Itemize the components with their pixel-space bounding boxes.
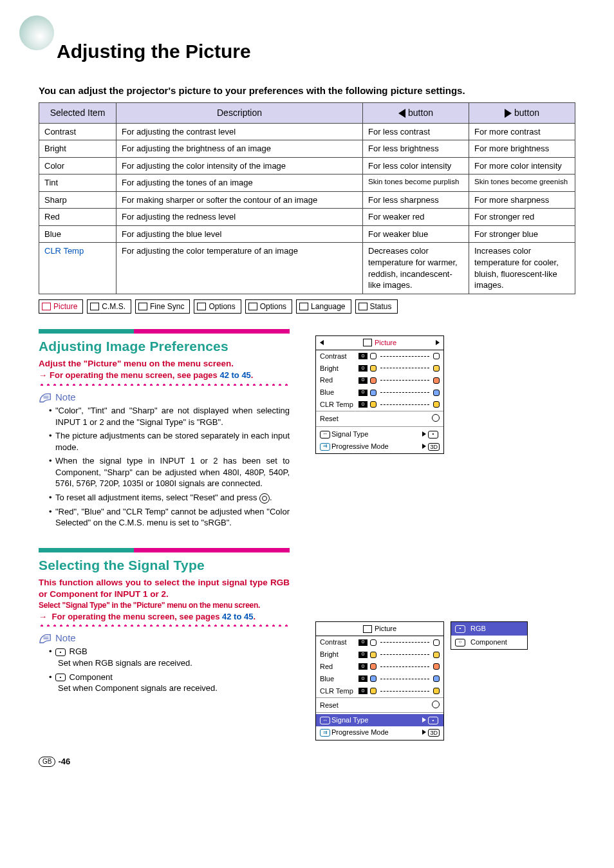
osd-progressive-row[interactable]: ⇉Progressive Mode 3D xyxy=(320,440,440,453)
reset-icon-2 xyxy=(432,701,440,708)
triangle-left-icon xyxy=(398,109,405,118)
cell-desc: For adjusting the redness level xyxy=(116,209,363,226)
osd-reset-row-2[interactable]: Reset xyxy=(316,697,443,713)
osd-slider-row[interactable]: Red 0 xyxy=(316,374,443,386)
arrow-right-icon-2 xyxy=(422,444,426,449)
th-item: Selected Item xyxy=(39,102,116,123)
linkline-prefix: For operating the menu screen, see pages xyxy=(50,370,219,380)
page-link[interactable]: 42 to 45 xyxy=(219,370,250,380)
note-item: "Color", "Tint" and "Sharp" are not disp… xyxy=(49,405,290,428)
tab-icon xyxy=(248,303,257,310)
menu-tab-options[interactable]: Options xyxy=(194,299,241,314)
menu-tab-fine-sync[interactable]: Fine Sync xyxy=(135,299,190,314)
popup-option-component[interactable]: ○Component xyxy=(451,636,527,649)
popup-option-rgb[interactable]: •RGB xyxy=(451,622,527,636)
slider-track[interactable] xyxy=(380,666,429,667)
osd-slider-row[interactable]: Blue 0 xyxy=(316,386,443,399)
note-label-2: Note xyxy=(55,632,76,645)
tab-label: Options xyxy=(260,301,286,312)
osd-slider-row[interactable]: Contrast 0 xyxy=(316,350,443,363)
popup-rgb-label: RGB xyxy=(470,624,486,634)
progressive-icon-2: ⇉ xyxy=(320,729,330,737)
th-right: button xyxy=(469,102,575,123)
slider-track[interactable] xyxy=(380,356,429,357)
cell-item: Sharp xyxy=(39,191,116,209)
signal-type-popup: •RGB ○Component xyxy=(451,621,528,650)
osd-slider-row[interactable]: Blue 0 xyxy=(316,673,443,685)
slider-track[interactable] xyxy=(380,679,429,679)
osd-row-value: 0 xyxy=(358,365,367,372)
cell-left: For less contrast xyxy=(363,123,469,140)
menu-tab-status[interactable]: Status xyxy=(355,299,398,314)
cell-left: For weaker red xyxy=(363,209,469,226)
osd-row-label: Contrast xyxy=(320,637,356,647)
tab-icon xyxy=(197,303,206,310)
osd-signal-type-row-hl[interactable]: ↔Signal Type • xyxy=(316,714,443,726)
tab-label: Language xyxy=(311,301,345,312)
osd-next-icon[interactable] xyxy=(436,340,440,345)
slider-track[interactable] xyxy=(380,642,429,643)
note-icon-2 xyxy=(39,632,53,644)
osd-slider-row[interactable]: CLR Temp 0 xyxy=(316,399,443,411)
th-right-label: button xyxy=(514,108,539,118)
page-title: Adjusting the Picture xyxy=(57,39,575,65)
th-desc: Description xyxy=(116,102,363,123)
cell-desc: For making sharper or softer the contour… xyxy=(116,191,363,209)
cell-desc: For adjusting the brightness of an image xyxy=(116,140,363,158)
osd-row-value: 0 xyxy=(358,639,367,646)
osd-slider-row[interactable]: Bright 0 xyxy=(316,648,443,661)
osd-prev-icon[interactable] xyxy=(320,340,324,345)
slider-track[interactable] xyxy=(380,380,429,381)
osd-reset-label-2: Reset xyxy=(320,701,339,710)
slider-knob-left-icon xyxy=(370,652,377,658)
page-link-2[interactable]: 42 to 45 xyxy=(222,612,253,621)
tab-icon xyxy=(42,303,51,310)
osd-slider-row[interactable]: Red 0 xyxy=(316,661,443,673)
arrow-right-icon xyxy=(422,431,426,437)
arrow-right-icon-3 xyxy=(422,730,426,735)
osd-slider-row[interactable]: Bright 0 xyxy=(316,363,443,375)
osd-slider-row[interactable]: CLR Temp 0 xyxy=(316,685,443,697)
cell-right: For more contrast xyxy=(469,123,575,140)
section2-instruction: Select "Signal Type" in the "Picture" me… xyxy=(39,600,290,610)
picture-icon xyxy=(363,339,372,346)
enter-button-icon xyxy=(259,493,270,504)
note-header: Note xyxy=(39,391,290,404)
slider-track[interactable] xyxy=(380,368,429,368)
osd-signal-label-2: Signal Type xyxy=(331,716,368,724)
signal-note-item: • ComponentSet when Component signals ar… xyxy=(49,672,290,694)
menu-tab-picture[interactable]: Picture xyxy=(39,299,83,314)
osd-reset-row[interactable]: Reset xyxy=(316,411,443,427)
tab-label: Fine Sync xyxy=(150,301,184,312)
linkline2-prefix: For operating the menu screen, see pages xyxy=(50,612,222,621)
osd-row-value: 0 xyxy=(358,353,367,359)
rgb-chip-icon-2: • xyxy=(428,717,438,724)
osd-slider-row[interactable]: Contrast 0 xyxy=(316,636,443,648)
note-icon xyxy=(39,392,53,403)
picture-icon-2 xyxy=(363,625,372,633)
slider-track[interactable] xyxy=(380,654,429,655)
menu-bar: PictureC.M.S.Fine SyncOptionsOptionsLang… xyxy=(39,299,575,314)
cell-left: For less color intensity xyxy=(363,157,469,175)
section1-subtitle: Adjust the "Picture" menu on the menu sc… xyxy=(39,358,290,370)
popup-component-label: Component xyxy=(470,637,507,647)
osd-progressive-row-2[interactable]: ⇉Progressive Mode 3D xyxy=(320,726,440,739)
cell-item: Color xyxy=(39,157,116,175)
cell-right: For more brightness xyxy=(469,140,575,158)
notes-list-1: "Color", "Tint" and "Sharp" are not disp… xyxy=(49,405,290,528)
cell-right: For more color intensity xyxy=(469,157,575,175)
slider-track[interactable] xyxy=(380,404,429,405)
tab-icon xyxy=(358,303,367,310)
note-item: To reset all adjustment items, select "R… xyxy=(49,492,290,504)
cell-desc: For adjusting the color temperature of a… xyxy=(116,243,363,294)
menu-tab-c-m-s-[interactable]: C.M.S. xyxy=(87,299,131,314)
osd-signal-type-row[interactable]: ↔Signal Type • xyxy=(320,428,440,440)
menu-tab-language[interactable]: Language xyxy=(296,299,351,314)
osd-signal-label: Signal Type xyxy=(331,430,368,438)
cell-desc: For adjusting the color intensity of the… xyxy=(116,157,363,175)
section2-subtitle: This function allows you to select the i… xyxy=(39,577,290,600)
slider-knob-right-icon xyxy=(433,663,440,670)
slider-track[interactable] xyxy=(380,691,429,692)
menu-tab-options[interactable]: Options xyxy=(245,299,292,314)
slider-track[interactable] xyxy=(380,392,429,393)
